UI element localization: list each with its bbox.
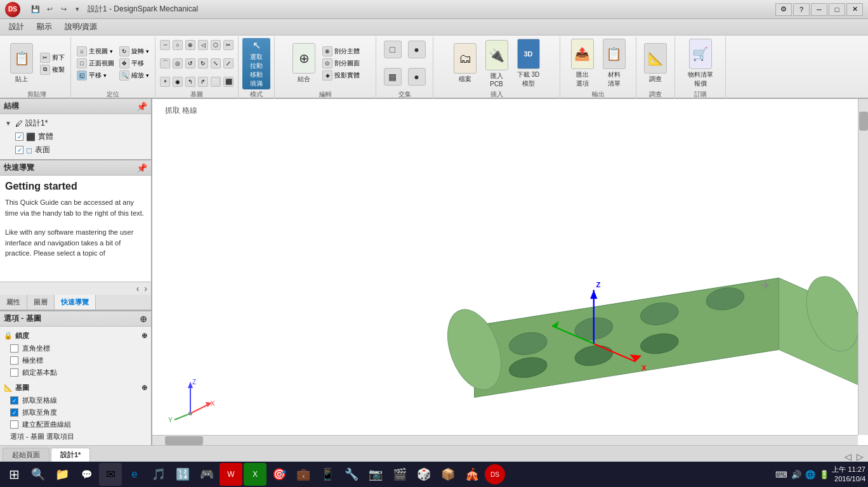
taskbar-app4[interactable]: 🎯: [268, 463, 291, 486]
sketch-b13[interactable]: ⌖: [160, 77, 170, 87]
material-list-btn[interactable]: 📋 材料清單: [599, 37, 629, 90]
tab-prev[interactable]: ◁: [843, 451, 853, 462]
bom-btn[interactable]: 🛒 物料清單報價: [684, 37, 717, 90]
view-cube-btn[interactable]: ◱平移▾: [75, 70, 116, 81]
sphere-btn[interactable]: ●: [405, 39, 428, 62]
network-icon[interactable]: 🌐: [805, 470, 815, 479]
lock-base-cb[interactable]: [10, 368, 18, 377]
structure-pin[interactable]: 📌: [136, 101, 147, 112]
taskbar-app9[interactable]: 🎬: [388, 463, 411, 486]
sketch-b10[interactable]: ↻: [198, 58, 208, 68]
qa-undo[interactable]: ↩: [43, 3, 56, 16]
minimize-btn[interactable]: ─: [811, 3, 827, 16]
group-sketch-opt-expand[interactable]: ⊕: [141, 384, 147, 392]
options-expand[interactable]: ⊕: [140, 314, 147, 324]
start-button[interactable]: ⊞: [3, 463, 25, 486]
h-scroll-thumb[interactable]: [165, 436, 203, 445]
split-body-btn[interactable]: ⊗剖分主體: [320, 46, 362, 57]
tree-design[interactable]: ▼ 🖊 設計1*: [0, 117, 151, 130]
copy-btn[interactable]: ⧉複製: [38, 64, 67, 75]
tab-properties[interactable]: 屬性: [0, 295, 27, 309]
qa-redo[interactable]: ↪: [57, 3, 70, 16]
opt-lock-base[interactable]: 鎖定基本點: [0, 367, 151, 379]
taskbar-app10[interactable]: 🎲: [412, 463, 435, 486]
tab-layers[interactable]: 圖層: [27, 295, 55, 309]
group-lock-header[interactable]: 🔒 鎖度 ⊕: [0, 329, 151, 342]
sketch-b7[interactable]: ⌒: [160, 58, 170, 68]
solid-checkbox[interactable]: ✓: [15, 133, 23, 141]
taskbar-app8[interactable]: 📷: [364, 463, 387, 486]
surface-checkbox[interactable]: ✓: [15, 146, 23, 154]
sketch-b9[interactable]: ↺: [185, 58, 195, 68]
sketch-b4[interactable]: ◁: [198, 40, 208, 50]
sketch-b11[interactable]: ⤡: [211, 58, 221, 68]
mode-btn[interactable]: ↖ 選取 拉動 移動 填滿: [242, 38, 270, 89]
sketch-b15[interactable]: ↰: [185, 77, 195, 87]
sketch-b12[interactable]: ⤢: [223, 58, 233, 68]
snap-grid-cb[interactable]: ✓: [10, 396, 18, 405]
scroll-prev[interactable]: ‹: [134, 283, 142, 294]
split-face-btn[interactable]: ⊙剖分圖面: [320, 58, 362, 69]
maximize-btn[interactable]: □: [829, 3, 845, 16]
qa-save[interactable]: 💾: [29, 3, 42, 16]
taskbar-app12[interactable]: 🎪: [461, 463, 483, 486]
export-btn[interactable]: 📤 匯出選項: [567, 37, 598, 90]
survey-btn[interactable]: 📐 調查: [640, 41, 671, 86]
sketch-b18[interactable]: ⬛: [223, 77, 233, 87]
taskbar-app3[interactable]: X: [244, 463, 266, 486]
tree-surface[interactable]: ✓ ◻ 表面: [0, 143, 151, 157]
taskbar-ds[interactable]: DS: [485, 464, 505, 484]
home-view-btn[interactable]: ⌂主視圖▾: [75, 46, 116, 57]
taskbar-music[interactable]: 🎵: [147, 463, 170, 486]
v-scroll-thumb[interactable]: [859, 112, 868, 131]
taskbar-email[interactable]: ✉: [99, 463, 122, 486]
group-sketch-opt-header[interactable]: 📐 基圖 ⊕: [0, 381, 151, 394]
tab-design1[interactable]: 設計1*: [51, 448, 90, 462]
settings-btn[interactable]: ⚙: [775, 3, 792, 16]
taskbar-app6[interactable]: 📱: [316, 463, 339, 486]
taskbar-edge[interactable]: e: [123, 463, 146, 486]
opt-cartesian[interactable]: 直角坐標: [0, 342, 151, 354]
archive-btn[interactable]: 🗂 檔案: [450, 41, 480, 86]
tree-solid[interactable]: ✓ ⬛ 實體: [0, 130, 151, 143]
import-pcb-btn[interactable]: 🔌 匯入PCB: [482, 38, 512, 89]
v-scrollbar[interactable]: [858, 99, 868, 435]
sketch-b2[interactable]: ○: [173, 40, 183, 50]
tab-quick-guide[interactable]: 快速導覽: [55, 295, 96, 309]
array-btn[interactable]: ▦: [381, 66, 404, 89]
qa-dropdown[interactable]: ▾: [71, 3, 84, 16]
sketch-b14[interactable]: ◉: [173, 77, 183, 87]
h-scrollbar[interactable]: [152, 435, 858, 445]
projection-btn[interactable]: ◈投影實體: [320, 70, 362, 81]
menu-help[interactable]: 說明/資源: [58, 20, 103, 34]
polar-cb[interactable]: [10, 356, 18, 365]
quick-guide-pin[interactable]: 📌: [136, 163, 147, 173]
taskbar-clock[interactable]: 上午 11:27 2016/10/4: [832, 465, 865, 484]
volume-icon[interactable]: 🔊: [791, 470, 801, 479]
sketch-b16[interactable]: ↱: [198, 77, 208, 87]
quick-guide-scroll[interactable]: Getting started This Quick Guide can be …: [0, 176, 151, 282]
paste-btn[interactable]: 📋 貼上: [6, 41, 37, 86]
menu-view[interactable]: 顯示: [30, 20, 58, 34]
opt-snap-grid[interactable]: ✓ 抓取至格線: [0, 394, 151, 406]
taskbar-chat[interactable]: 💬: [75, 463, 98, 486]
taskbar-calc[interactable]: 🔢: [171, 463, 194, 486]
taskbar-file[interactable]: 📁: [51, 463, 74, 486]
menu-design[interactable]: 設計: [3, 20, 30, 34]
sketch-b1[interactable]: ╌: [160, 40, 170, 50]
download-3d-btn[interactable]: 3D 下載 3D模型: [513, 37, 544, 90]
opt-select-items[interactable]: 選項 - 基圖 選取項目: [0, 431, 151, 443]
tab-next[interactable]: ▷: [855, 451, 865, 462]
front-view-btn[interactable]: □正面視圖: [75, 58, 116, 69]
tab-home[interactable]: 起始頁面: [3, 448, 49, 462]
scroll-next[interactable]: ›: [141, 283, 150, 294]
sketch-b5[interactable]: ⬡: [211, 40, 221, 50]
loft-btn[interactable]: ●: [405, 66, 428, 89]
opt-polar[interactable]: 極坐標: [0, 354, 151, 367]
taskbar-app2[interactable]: W: [220, 463, 242, 486]
zoom-btn[interactable]: 🔍縮放▾: [117, 70, 151, 81]
taskbar-search[interactable]: 🔍: [27, 463, 49, 486]
opt-create-curves[interactable]: 建立配置曲線組: [0, 419, 151, 431]
taskbar-app7[interactable]: 🔧: [340, 463, 363, 486]
sketch-b17[interactable]: ⬜: [211, 77, 221, 87]
